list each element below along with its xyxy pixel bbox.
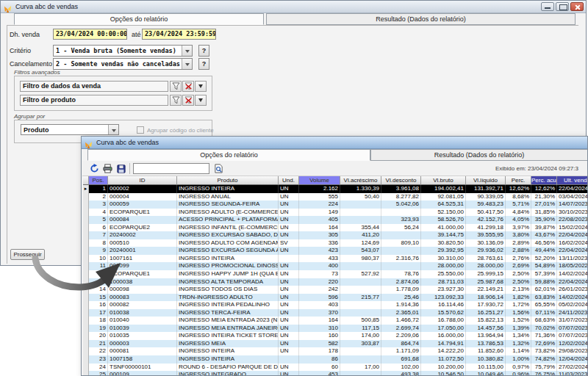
cell: 10.115,00 [466,364,506,372]
cell: 303,87 [340,340,381,348]
cell: UN [279,270,299,278]
preview-icon[interactable] [212,162,225,175]
cell: 60 [299,364,340,372]
chevron-down-icon[interactable] [108,125,118,134]
row-indicator [83,216,89,224]
column-header[interactable]: ID [108,176,177,185]
table-row[interactable]: 11000099INGRESSO PROMOCIONAL DINOSSAUROU… [83,262,588,270]
column-header[interactable]: Ult. venda [557,176,588,185]
cancelamento-help-button[interactable]: ? [198,58,209,70]
table-row[interactable]: 16000082INGRESSO INTEIRA PEDALINHOUN4031… [83,301,588,309]
cell: 2,13% [506,286,531,294]
table-row[interactable]: 131000038INGRESSO ALTA TEMPORADAUN2202.8… [83,278,588,286]
ate-label: até [132,31,141,38]
column-header[interactable]: Vl.bruto [421,176,466,185]
criterio-select[interactable]: 1 - Venda bruta (Somente vendas) [53,45,193,57]
column-header[interactable]: Und. [279,176,299,185]
cancelamento-select[interactable]: 2 - Somente vendas não canceladas [53,58,193,70]
cell: 453 [299,371,340,376]
agrupar-select[interactable]: Produto [21,124,119,135]
table-row[interactable]: 6ECOPARQUE2INGRESSO INFANTIL (E-COMMERCE… [83,224,588,232]
agrupar-cliente-checkbox[interactable] [137,126,144,134]
chevron-down-icon[interactable] [182,59,192,69]
table-row[interactable]: 24TSNF00000101ROUND 6 - DESAFIO PARQUE D… [83,364,588,372]
chevron-down-icon[interactable] [182,46,192,56]
table-row[interactable]: 3000059INGRESSO SEGUNDA-FEIRAUN2245.042,… [83,200,588,209]
funnel-icon[interactable] [170,95,182,106]
dh-venda-to-input[interactable]: 23/04/2024 23:59:59 [142,29,216,40]
funnel-icon[interactable] [170,81,182,92]
table-row[interactable]: 231007158INGRESSO INTEIRA86691,6811.072,… [83,355,588,364]
table-row[interactable]: 5000084ACESSO PRINCIPAL + PLATAFORMAUN40… [83,216,588,224]
refresh-icon[interactable] [88,162,101,175]
table-row[interactable]: 19010039INGRESSO MEIA ENTRADA JANEIRO 20… [83,325,588,333]
table-row[interactable]: 21000003INGRESSO MEIAUN582303,87864,7414… [83,340,588,348]
cell: 010040 [108,317,177,325]
table-row[interactable]: 2000004INGRESSO ANUALUN55550,408.277,829… [83,193,588,201]
table-row[interactable]: 22000081INGRESSO INTEIRAUN1781.171,0914.… [83,347,588,355]
cell: 41.299,18 [466,224,506,232]
column-header[interactable]: Pos. [89,176,108,185]
funnel-clear-icon[interactable] [182,95,194,106]
cell: 22/04/2024 [557,278,588,286]
table-row[interactable]: 18010040INGRESSO MEIA ENTRADA 2023 (N1)U… [83,317,588,325]
cell: ROUND 6 - DESAFIO PARQUE DE DIVERSAO [177,364,279,372]
table-row[interactable]: ▸1000002INGRESSO INTEIRAUN2.1621.330,393… [83,185,588,193]
row-indicator [83,262,89,270]
tab-opcoes-relatorio[interactable]: Opções do relatório [14,13,264,25]
maximize-button[interactable] [556,2,569,11]
cell: 000082 [108,301,177,309]
cell: 11 [89,262,108,270]
table-row[interactable]: 25000109INGRESSO INTEGRADOUN453493,3810.… [83,371,588,376]
table-row[interactable]: 720240002INGRESSO EXCURSAO SABADO, DOMIN… [83,231,588,239]
cell: 3 [89,200,108,209]
column-header[interactable]: Vl.acréscimo [340,176,381,185]
table-row[interactable]: 12ECOPARQUE1INGRESSO HAPPY JUMP 1H (QUA … [83,270,588,278]
column-header[interactable]: Vl.líquido [466,176,506,185]
cell: 864,74 [381,340,421,348]
table-row[interactable]: 101007161INGRESSO INTEIRA433980,372.316,… [83,255,588,263]
cell: 14.457,56 [466,325,506,333]
prosseguir-button[interactable]: Prosseguir [10,249,45,260]
cell: 5 [89,216,108,224]
column-header[interactable]: Produto [177,176,279,185]
close-button[interactable] [570,2,584,11]
minimize-button[interactable] [541,2,554,11]
tabpage-border [7,25,578,26]
funnel-clear-icon[interactable] [182,81,194,92]
column-header[interactable]: Vl.desconto [381,176,421,185]
table-row[interactable]: 4ECOPARQUE1INGRESSO ADULTO (E-COMMERCE P… [83,209,588,217]
cell: 14/02/2024 [557,270,588,278]
results-grid: Pos.IDProdutoUnd.VolumeVl.acréscimoVl.de… [83,176,588,376]
cell: 15/02/2024 [557,224,588,232]
cell: 1007161 [108,255,177,263]
tab-opcoes-relatorio[interactable]: Opções do relatório [87,149,370,161]
column-header[interactable]: Perc. [506,176,531,185]
cell: UN [279,193,299,201]
grid-search-input[interactable] [133,163,209,174]
filtro-venda-field[interactable]: Filtro de dados da venda [20,81,168,92]
tab-resultado[interactable]: Resultado (Dados do relatório) [266,13,576,25]
save-icon[interactable] [115,162,127,175]
cell: 164 [299,317,340,325]
table-row[interactable]: 20010035INGRESSO INTEIRA TICKET STORE TI… [83,332,588,340]
table-row[interactable]: 15000083TRDN-INGRESSO ADULTOUN596215,772… [83,294,588,302]
chevron-down-icon[interactable] [195,95,207,106]
table-row[interactable]: 8000510INGRESSO ADULTO COM AGENDAMENTOSV… [83,239,588,247]
cell: SV [279,239,299,247]
column-header[interactable]: Perc. acum [531,176,557,185]
chevron-down-icon[interactable] [195,81,207,92]
print-icon[interactable] [101,162,114,175]
table-row[interactable]: 14000098INGRESSO TODOS OS DIASUN2421.778… [83,286,588,294]
column-header[interactable]: Volume [299,176,340,185]
tab-resultado-dados[interactable]: Resultado (Dados do relatório) [370,149,588,161]
cell: 493,38 [381,371,421,376]
cell: 14.794,91 [421,340,466,348]
table-row[interactable]: 920240001INGRESSO EXCURSAO SEGUNDA A SEX… [83,247,588,255]
window2-titlebar[interactable]: Curva abc de vendas [82,137,587,149]
table-row[interactable]: 17010038INGRESSO TERCA-FEIRAUN3702.365,0… [83,309,588,317]
dh-venda-from-input[interactable]: 23/04/2024 00:00:00 [53,29,127,40]
criterio-help-button[interactable]: ? [198,45,209,57]
window1-titlebar[interactable]: Curva abc de vendas [1,1,586,13]
filtro-produto-field[interactable]: Filtro de produto [20,95,168,106]
